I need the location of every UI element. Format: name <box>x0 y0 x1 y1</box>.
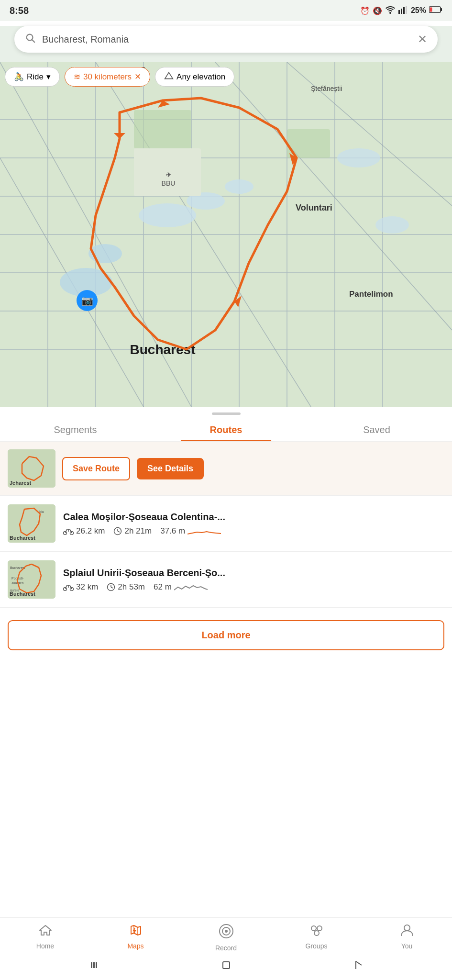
route-0-duration: 2h 21m <box>124 526 152 536</box>
elevation-icon <box>164 71 174 82</box>
nav-record[interactable]: Record <box>207 924 245 952</box>
top-route-item[interactable]: Jcharest Save Route See Details <box>0 442 452 496</box>
svg-point-32 <box>139 203 196 227</box>
route-0-elevation-value: 37.6 m <box>160 526 185 536</box>
route-item-1[interactable]: Bucharest Popesti- Joorden gurele Buchar… <box>0 552 452 608</box>
top-route-thumb-label: Jcharest <box>10 480 31 486</box>
bottom-navigation: Home Maps <box>0 917 452 980</box>
svg-rect-84 <box>96 962 97 968</box>
route-0-time: 2h 21m <box>113 526 152 536</box>
route-0-thumbnail: Volu Bucharest <box>8 504 55 543</box>
route-1-time: 2h 53m <box>107 582 145 592</box>
nav-maps-label: Maps <box>127 942 143 950</box>
nav-home[interactable]: Home <box>26 924 65 952</box>
route-action-buttons: Save Route See Details <box>62 457 444 480</box>
save-route-button[interactable]: Save Route <box>62 457 130 480</box>
nav-groups-label: Groups <box>306 942 328 950</box>
search-value[interactable]: Bucharest, Romania <box>42 34 411 45</box>
route-1-elevation: 62 m <box>154 582 208 592</box>
nav-groups[interactable]: Groups <box>298 924 336 952</box>
maps-icon <box>129 924 143 940</box>
tab-segments[interactable]: Segments <box>0 417 151 441</box>
groups-icon <box>309 924 324 940</box>
status-icons: ⏰ 🔇 25% <box>360 5 442 16</box>
nav-you[interactable]: You <box>388 924 426 952</box>
search-bar[interactable]: Bucharest, Romania ✕ <box>14 26 438 53</box>
elevation-filter-chip[interactable]: Any elevation <box>155 67 234 87</box>
camera-icon: 📷 <box>81 295 93 306</box>
svg-line-8 <box>32 40 34 42</box>
nav-maps[interactable]: Maps <box>117 924 155 952</box>
drag-handle[interactable] <box>212 412 241 415</box>
svg-point-77 <box>225 930 228 933</box>
route-item-0[interactable]: Volu Bucharest Calea Moşilor-Şoseaua Col… <box>0 496 452 552</box>
user-icon <box>400 924 414 940</box>
svg-rect-0 <box>398 10 400 14</box>
system-nav-home[interactable] <box>220 959 232 973</box>
svg-rect-5 <box>441 8 442 11</box>
ride-icon: 🚴 <box>14 72 24 82</box>
svg-point-79 <box>317 926 322 931</box>
svg-text:Voluntari: Voluntari <box>296 203 332 212</box>
tabs: Segments Routes Saved <box>0 417 452 442</box>
search-clear-button[interactable]: ✕ <box>418 33 427 46</box>
svg-line-61 <box>118 531 120 532</box>
nav-you-label: You <box>401 942 413 950</box>
svg-point-36 <box>375 216 409 234</box>
system-nav-back[interactable] <box>89 959 100 973</box>
route-1-info: Splaiul Unirii-Şoseaua Berceni-Şo... 32 … <box>63 568 444 592</box>
svg-point-35 <box>337 148 380 167</box>
svg-rect-83 <box>93 962 95 968</box>
status-bar: 8:58 ⏰ 🔇 25% <box>0 0 452 21</box>
system-nav-bar <box>0 955 452 980</box>
home-icon <box>39 924 52 940</box>
status-time: 8:58 <box>10 5 29 16</box>
alarm-icon: ⏰ <box>360 6 370 15</box>
svg-rect-37 <box>134 110 191 148</box>
distance-filter-chip[interactable]: ≋ 30 kilometers ✕ <box>65 67 150 87</box>
route-0-elevation: 37.6 m <box>160 526 221 536</box>
distance-clear-icon[interactable]: ✕ <box>134 72 141 82</box>
svg-rect-2 <box>403 7 405 14</box>
svg-line-72 <box>111 587 113 588</box>
route-0-distance: 26.2 km <box>76 526 105 536</box>
nav-record-label: Record <box>215 944 237 952</box>
route-1-name: Splaiul Unirii-Şoseaua Berceni-Şo... <box>63 568 444 579</box>
tab-saved-label: Saved <box>363 424 390 435</box>
svg-point-81 <box>404 925 410 931</box>
route-list: Jcharest Save Route See Details Volu Buc… <box>0 442 452 706</box>
search-icon <box>25 33 35 46</box>
battery-icon <box>429 6 442 15</box>
route-1-meta: 32 km 2h 53m 62 m <box>63 582 444 592</box>
svg-text:Ştefăneştii: Ştefăneştii <box>311 85 342 92</box>
svg-rect-6 <box>430 8 432 12</box>
map-area[interactable]: ✈ BBU OTP ✈ Voluntari Pantelimon Ştefăne… <box>0 62 452 407</box>
route-0-name: Calea Moşilor-Şoseaua Colentina-... <box>63 512 444 523</box>
svg-text:Pantelimon: Pantelimon <box>349 290 393 299</box>
see-details-button[interactable]: See Details <box>137 458 204 479</box>
svg-text:BBU: BBU <box>162 179 176 187</box>
tab-segments-label: Segments <box>54 424 97 435</box>
route-1-thumb-label: Bucharest <box>10 591 35 597</box>
filter-row: 🚴 Ride ▾ ≋ 30 kilometers ✕ Any elevation <box>5 67 234 87</box>
camera-button[interactable]: 📷 <box>77 290 98 311</box>
route-1-distance: 32 km <box>76 582 98 592</box>
signal-icon <box>398 5 408 16</box>
load-more-button[interactable]: Load more <box>8 620 444 650</box>
route-1-bike-icon: 32 km <box>63 582 98 592</box>
nav-items: Home Maps <box>0 918 452 955</box>
system-nav-recents[interactable] <box>352 959 364 973</box>
nav-home-label: Home <box>36 942 54 950</box>
tab-routes[interactable]: Routes <box>151 417 301 441</box>
ride-filter-chip[interactable]: 🚴 Ride ▾ <box>5 67 60 87</box>
svg-point-78 <box>311 926 316 931</box>
route-0-meta: 26.2 km 2h 21m 37.6 m <box>63 526 444 536</box>
svg-point-80 <box>314 931 319 935</box>
svg-rect-3 <box>406 6 407 14</box>
tab-saved[interactable]: Saved <box>301 417 452 441</box>
ride-label: Ride <box>27 72 44 82</box>
svg-marker-73 <box>40 925 51 935</box>
svg-rect-1 <box>401 9 402 14</box>
elevation-label: Any elevation <box>176 72 225 82</box>
route-1-thumbnail: Bucharest Popesti- Joorden gurele Buchar… <box>8 560 55 599</box>
